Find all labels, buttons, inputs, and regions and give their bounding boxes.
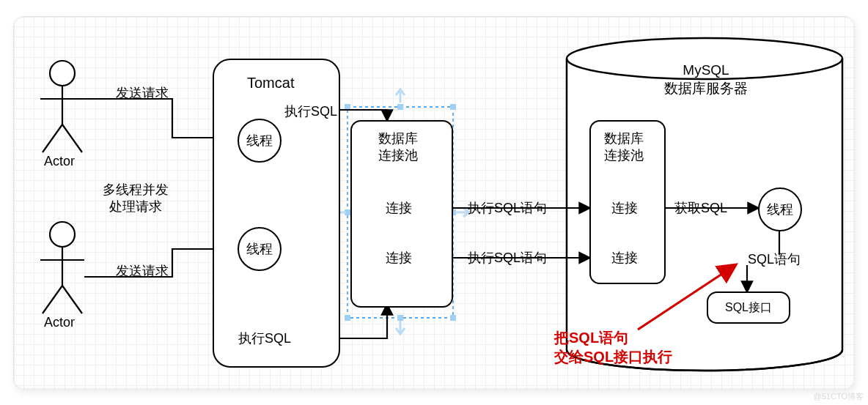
pool1-conn-b: 连接 — [386, 249, 412, 267]
exec-sql-top: 执行SQL — [284, 103, 337, 120]
multi-thread-label: 多线程并发 处理请求 — [103, 182, 169, 216]
exec-stmt-1: 执行SQL语句 — [468, 199, 547, 217]
actor1-label: Actor — [44, 154, 75, 169]
pool2-title: 数据库 连接池 — [604, 130, 644, 165]
red-note: 把SQL语句 交给SQL接口执行 — [554, 328, 672, 366]
send-request-1: 发送请求 — [116, 84, 169, 102]
sql-interface-box: SQL接口 — [707, 291, 790, 324]
thread-circle-2: 线程 — [238, 227, 282, 271]
exec-stmt-2: 执行SQL语句 — [468, 249, 547, 267]
thread-circle-3: 线程 — [758, 187, 802, 231]
pool1-title: 数据库 连接池 — [378, 130, 418, 165]
thread2-label: 线程 — [246, 240, 273, 258]
thread1-label: 线程 — [246, 132, 273, 149]
pool1-conn-a: 连接 — [386, 199, 412, 217]
exec-sql-bottom: 执行SQL — [238, 330, 291, 347]
tomcat-title: Tomcat — [247, 75, 294, 92]
pool2-conn-c: 连接 — [611, 199, 638, 217]
sql-interface-label: SQL接口 — [725, 300, 772, 316]
send-request-2: 发送请求 — [116, 262, 169, 280]
pool2-conn-d: 连接 — [611, 249, 638, 267]
actor2-label: Actor — [44, 315, 75, 330]
watermark: @51CTO博客 — [814, 391, 864, 402]
thread3-label: 线程 — [767, 201, 793, 218]
get-sql-label: 获取SQL — [674, 199, 727, 217]
mysql-title: MySQL 数据库服务器 — [664, 62, 748, 97]
sql-stmt-label: SQL语句 — [748, 250, 801, 268]
thread-circle-1: 线程 — [238, 119, 282, 163]
